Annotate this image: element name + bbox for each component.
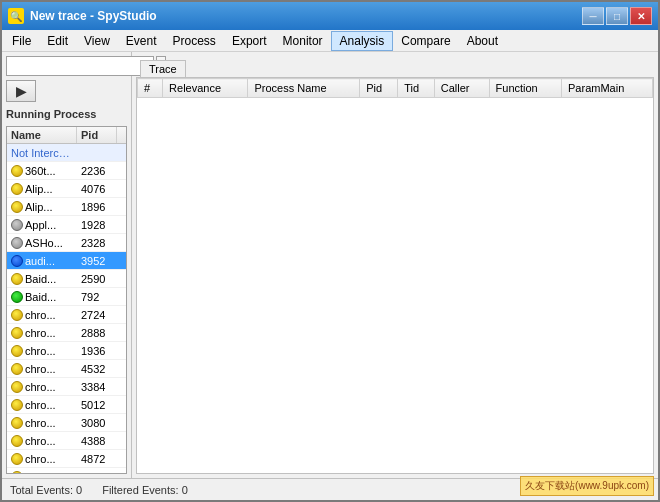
process-name-text: 360t... [25,165,56,177]
process-row[interactable]: Alip...1896 [7,198,126,216]
process-icon [11,237,23,249]
window-title: New trace - SpyStudio [30,9,157,23]
title-bar: 🔍 New trace - SpyStudio ─ □ ✕ [2,2,658,30]
menu-view[interactable]: View [76,31,118,51]
process-name-cell: Baid... [7,290,77,304]
process-name-cell: 360t... [7,164,77,178]
process-icon [11,165,23,177]
process-name-text: chro... [25,345,56,357]
minimize-button[interactable]: ─ [582,7,604,25]
process-pid-cell: 2236 [77,164,117,178]
trace-header-row: # Relevance Process Name Pid Tid Caller … [138,79,653,98]
process-pid-cell: 5012 [77,398,117,412]
process-name-cell: chro... [7,362,77,376]
process-row[interactable]: chro...4532 [7,360,126,378]
col-name-header: Name [7,127,77,143]
window-controls: ─ □ ✕ [582,7,652,25]
play-button[interactable]: ▶ [6,80,36,102]
process-icon [11,417,23,429]
col-process-name: Process Name [248,79,360,98]
process-row[interactable]: ASHo...2328 [7,234,126,252]
menu-compare[interactable]: Compare [393,31,458,51]
process-pid-cell: 3080 [77,416,117,430]
process-pid-cell: 792 [77,290,117,304]
process-name-cell: Appl... [7,218,77,232]
process-row[interactable]: chro...5012 [7,396,126,414]
process-name-cell: chro... [7,470,77,475]
process-rows: Not Intercept...360t...2236Alip...4076Al… [7,144,126,474]
col-pid: Pid [360,79,398,98]
process-row[interactable]: chro...2724 [7,306,126,324]
process-table[interactable]: Name Pid Not Intercept...360t...2236Alip… [6,126,127,474]
process-pid-cell: 4388 [77,434,117,448]
process-row[interactable]: Not Intercept... [7,144,126,162]
process-row[interactable]: chro...2888 [7,324,126,342]
total-events: Total Events: 0 [10,484,82,496]
process-icon [11,291,23,303]
process-icon [11,363,23,375]
main-content: ... ▶ Running Process Name Pid Not Inter… [2,52,658,478]
process-row[interactable]: chro...5744 [7,468,126,474]
process-icon [11,273,23,285]
process-table-header: Name Pid [7,127,126,144]
process-name-cell: chro... [7,308,77,322]
col-tid: Tid [398,79,435,98]
process-name-text: Baid... [25,291,56,303]
process-pid-cell: 5744 [77,470,117,475]
col-function: Function [489,79,561,98]
menu-about[interactable]: About [459,31,506,51]
process-pid-cell: 4532 [77,362,117,376]
left-panel: ... ▶ Running Process Name Pid Not Inter… [2,52,132,478]
process-name-cell: chro... [7,326,77,340]
process-row[interactable]: chro...3080 [7,414,126,432]
process-pid-cell: 1896 [77,200,117,214]
menu-event[interactable]: Event [118,31,165,51]
col-hash: # [138,79,163,98]
process-pid-cell: 3384 [77,380,117,394]
app-icon: 🔍 [8,8,24,24]
process-icon [11,183,23,195]
maximize-button[interactable]: □ [606,7,628,25]
process-pid-cell: 2888 [77,326,117,340]
process-name-text: chro... [25,417,56,429]
process-name-text: chro... [25,327,56,339]
process-name-text: chro... [25,471,56,475]
process-row[interactable]: audi...3952 [7,252,126,270]
col-pid-header: Pid [77,127,117,143]
process-row[interactable]: Appl...1928 [7,216,126,234]
process-name-text: Appl... [25,219,56,231]
process-row[interactable]: chro...4388 [7,432,126,450]
menu-file[interactable]: File [4,31,39,51]
col-caller: Caller [434,79,489,98]
menu-edit[interactable]: Edit [39,31,76,51]
process-row[interactable]: chro...1936 [7,342,126,360]
process-row[interactable]: Alip...4076 [7,180,126,198]
filtered-events: Filtered Events: 0 [102,484,188,496]
process-name-cell: Alip... [7,200,77,214]
process-icon [11,201,23,213]
menu-process[interactable]: Process [165,31,224,51]
menu-monitor[interactable]: Monitor [275,31,331,51]
process-name-text: chro... [25,363,56,375]
process-name-cell: chro... [7,380,77,394]
process-pid-cell: 1928 [77,218,117,232]
menu-export[interactable]: Export [224,31,275,51]
process-pid-cell: 1936 [77,344,117,358]
process-row[interactable]: chro...3384 [7,378,126,396]
process-row[interactable]: chro...4872 [7,450,126,468]
process-name-text: chro... [25,381,56,393]
process-name-cell: audi... [7,254,77,268]
menu-analysis[interactable]: Analysis [331,31,394,51]
process-pid-cell: 4076 [77,182,117,196]
process-row[interactable]: 360t...2236 [7,162,126,180]
process-row[interactable]: Baid...2590 [7,270,126,288]
process-name-cell: Baid... [7,272,77,286]
close-button[interactable]: ✕ [630,7,652,25]
trace-tab[interactable]: Trace [140,60,186,77]
process-pid-cell [77,152,117,154]
process-row[interactable]: Baid...792 [7,288,126,306]
process-icon [11,219,23,231]
col-relevance: Relevance [163,79,248,98]
running-process-label: Running Process [6,106,127,122]
process-pid-cell: 2328 [77,236,117,250]
